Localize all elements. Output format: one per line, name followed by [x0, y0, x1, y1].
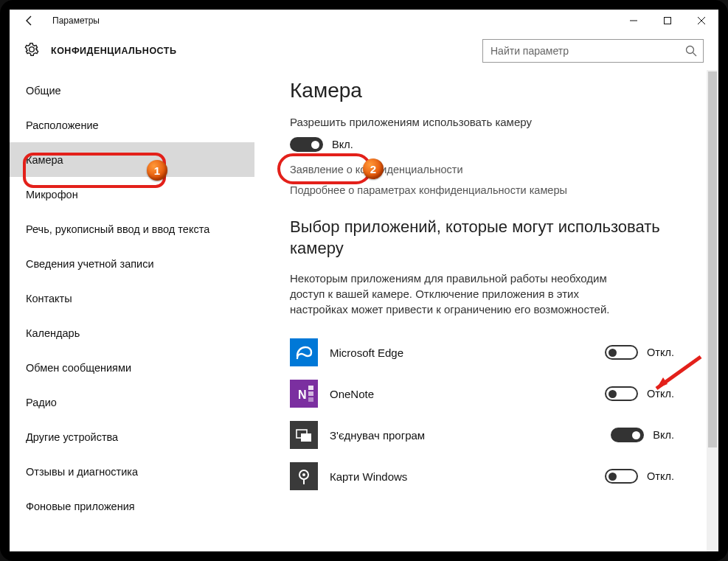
app-icon: N	[290, 380, 318, 408]
sidebar-item-9[interactable]: Радио	[10, 385, 254, 419]
back-button[interactable]	[21, 15, 38, 27]
sidebar-item-7[interactable]: Календарь	[10, 316, 254, 350]
sidebar-item-12[interactable]: Фоновые приложения	[10, 489, 254, 523]
arrow-left-icon	[24, 15, 35, 27]
svg-text:N: N	[298, 388, 307, 401]
sidebar-item-8[interactable]: Обмен сообщениями	[10, 350, 254, 385]
app-name: OneNote	[330, 388, 605, 400]
app-icon	[290, 462, 318, 490]
learn-more-link[interactable]: Подробнее о параметрах конфиденциальност…	[290, 184, 674, 196]
svg-point-17	[302, 473, 305, 476]
svg-rect-10	[308, 391, 313, 396]
master-toggle[interactable]	[290, 137, 323, 152]
close-icon	[698, 17, 705, 24]
sidebar: ОбщиеРасположениеКамераМикрофонРечь, рук…	[10, 70, 254, 551]
master-toggle-label: Вкл.	[332, 139, 353, 150]
sidebar-item-4[interactable]: Речь, рукописный ввод и ввод текста	[10, 212, 254, 246]
choose-apps-heading: Выбор приложений, которые могут использо…	[290, 217, 674, 259]
svg-rect-1	[665, 18, 671, 24]
app-toggle[interactable]	[605, 345, 638, 360]
window-title: Параметры	[52, 15, 100, 26]
header: КОНФИДЕНЦИАЛЬНОСТЬ	[10, 32, 718, 70]
minimize-button[interactable]	[617, 10, 651, 32]
search-input[interactable]	[483, 40, 703, 62]
titlebar: Параметры	[10, 10, 718, 32]
maximize-icon	[664, 17, 671, 24]
app-toggle[interactable]	[611, 428, 644, 442]
svg-point-4	[687, 46, 694, 54]
page-title: КОНФИДЕНЦИАЛЬНОСТЬ	[51, 46, 176, 56]
sidebar-item-1[interactable]: Расположение	[10, 108, 254, 142]
app-icon	[290, 421, 318, 449]
sidebar-item-11[interactable]: Отзывы и диагностика	[10, 454, 254, 489]
svg-rect-11	[308, 397, 313, 402]
gear-icon	[24, 42, 39, 60]
maximize-button[interactable]	[651, 10, 684, 32]
settings-window: Параметры КОНФИДЕНЦИАЛЬНОСТЬ ОбщиеРаспол…	[10, 10, 718, 551]
app-toggle[interactable]	[605, 469, 638, 484]
app-icon	[290, 338, 318, 366]
choose-apps-description: Некоторым приложениям для правильной раб…	[290, 271, 629, 317]
main-pane: Камера Разрешить приложениям использоват…	[254, 70, 718, 551]
privacy-statement-link[interactable]: Заявление о конфиденциальности	[290, 164, 674, 175]
allow-apps-label: Разрешить приложениям использовать камер…	[290, 116, 674, 128]
minimize-icon	[630, 17, 637, 24]
svg-rect-6	[290, 338, 318, 366]
sidebar-item-3[interactable]: Микрофон	[10, 177, 254, 212]
close-button[interactable]	[684, 10, 718, 32]
app-row-2: З'єднувач програмВкл.	[290, 416, 674, 454]
app-row-0: Microsoft EdgeОткл.	[290, 333, 674, 372]
master-toggle-row: Вкл.	[290, 137, 674, 152]
sidebar-item-5[interactable]: Сведения учетной записи	[10, 246, 254, 281]
sidebar-item-10[interactable]: Другие устройства	[10, 419, 254, 454]
svg-line-5	[693, 53, 697, 57]
app-name: Microsoft Edge	[330, 346, 605, 359]
section-heading: Камера	[290, 79, 674, 102]
search-icon	[685, 45, 697, 60]
app-name: Карти Windows	[330, 470, 605, 483]
sidebar-item-2[interactable]: Камера	[10, 142, 254, 177]
app-toggle[interactable]	[605, 386, 638, 401]
search-box[interactable]	[482, 39, 704, 63]
svg-rect-9	[308, 386, 313, 390]
app-toggle-label: Откл.	[647, 346, 674, 358]
app-name: З'єднувач програм	[330, 429, 611, 442]
app-toggle-label: Откл.	[647, 388, 674, 400]
app-toggle-label: Откл.	[647, 470, 674, 482]
sidebar-item-0[interactable]: Общие	[10, 73, 254, 108]
sidebar-item-6[interactable]: Контакты	[10, 281, 254, 316]
app-row-1: NOneNoteОткл.	[290, 374, 674, 413]
svg-rect-14	[301, 433, 311, 442]
app-row-3: Карти WindowsОткл.	[290, 457, 674, 495]
app-toggle-label: Вкл.	[653, 429, 674, 441]
